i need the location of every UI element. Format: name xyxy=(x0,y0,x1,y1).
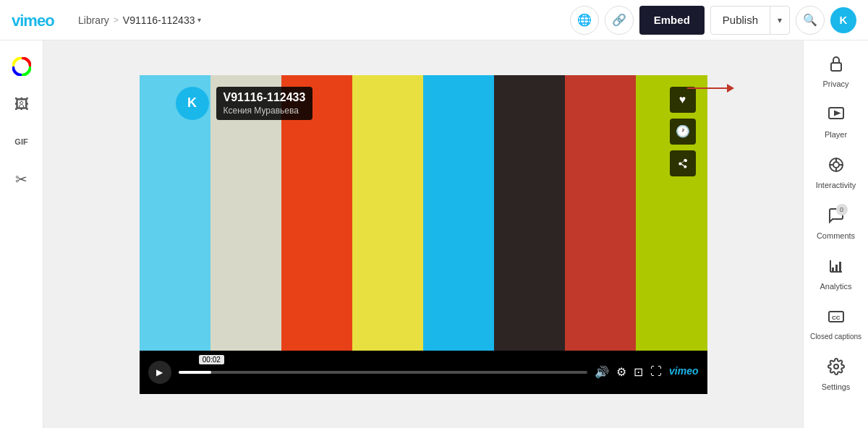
breadcrumb-library[interactable]: Library xyxy=(78,14,109,26)
color-bar-7 xyxy=(565,75,636,351)
breadcrumb-separator: > xyxy=(114,15,119,25)
image-icon: 🖼 xyxy=(14,96,29,113)
video-controls: ▶ 00:02 🔊 ⚙ ⊡ ⛶ vimeo xyxy=(140,351,707,394)
video-info-overlay: K V91116-112433 Ксения Муравьева xyxy=(176,87,313,120)
interactivity-icon xyxy=(827,156,845,178)
svg-rect-2 xyxy=(831,63,841,71)
sidebar-item-privacy[interactable]: Privacy xyxy=(807,46,865,97)
color-bar-5 xyxy=(423,75,494,351)
sidebar-item-settings[interactable]: Settings xyxy=(807,349,865,400)
video-area: K V91116-112433 Ксения Муравьева ♥ 🕐 ▶ xyxy=(43,40,803,428)
player-icon xyxy=(827,106,845,127)
svg-point-18 xyxy=(834,364,838,369)
control-icons: 🔊 ⚙ ⊡ ⛶ vimeo xyxy=(595,365,698,379)
breadcrumb: Library > V91116-112433 ▾ xyxy=(78,14,201,26)
color-wheel-tool[interactable] xyxy=(7,52,36,81)
sidebar-item-analytics[interactable]: Analytics xyxy=(807,249,865,299)
chevron-down-icon: ▾ xyxy=(197,16,201,24)
sidebar-label-comments: Comments xyxy=(817,231,855,240)
publish-button[interactable]: Publish ▾ xyxy=(710,6,790,35)
sidebar-label-analytics: Analytics xyxy=(820,282,851,291)
header: vimeo Library > V91116-112433 ▾ 🌐 🔗 Embe… xyxy=(0,0,868,40)
arrow-annotation xyxy=(687,84,734,93)
sidebar-item-interactivity[interactable]: Interactivity xyxy=(807,147,865,198)
breadcrumb-current[interactable]: V91116-112433 ▾ xyxy=(123,14,202,26)
svg-point-6 xyxy=(833,162,839,168)
video-actions: ♥ 🕐 xyxy=(670,87,696,176)
volume-icon[interactable]: 🔊 xyxy=(595,365,609,379)
left-toolbar: 🖼 GIF ✂ xyxy=(0,40,43,428)
sidebar-label-settings: Settings xyxy=(822,382,851,391)
settings-icon[interactable]: ⚙ xyxy=(616,365,626,379)
vimeo-watermark[interactable]: vimeo xyxy=(669,365,698,379)
sidebar-item-comments[interactable]: 0 Comments xyxy=(807,198,865,249)
scissors-tool[interactable]: ✂ xyxy=(7,165,36,194)
globe-icon: 🌐 xyxy=(577,13,592,27)
timestamp: 00:02 xyxy=(199,355,224,364)
sidebar-label-player: Player xyxy=(825,130,847,139)
scissors-icon: ✂ xyxy=(15,171,27,188)
vimeo-logo[interactable]: vimeo xyxy=(12,12,69,29)
right-sidebar: Privacy Player xyxy=(803,40,868,428)
svg-rect-15 xyxy=(839,262,841,272)
progress-fill xyxy=(179,371,211,374)
sidebar-item-closed-captions[interactable]: CC Closed captions xyxy=(807,299,865,349)
sidebar-label-interactivity: Interactivity xyxy=(816,181,856,189)
search-icon: 🔍 xyxy=(803,13,817,27)
gif-label: GIF xyxy=(14,137,27,146)
publish-label: Publish xyxy=(711,14,770,26)
svg-marker-4 xyxy=(835,111,839,115)
settings-sidebar-icon xyxy=(827,358,845,380)
main-area: 🖼 GIF ✂ xyxy=(0,40,868,428)
publish-dropdown-icon[interactable]: ▾ xyxy=(770,7,789,34)
svg-text:CC: CC xyxy=(832,314,841,321)
analytics-icon xyxy=(827,257,845,279)
privacy-icon xyxy=(827,55,845,77)
header-actions: 🌐 🔗 Embed Publish ▾ 🔍 K xyxy=(570,6,856,35)
sidebar-label-closed-captions: Closed captions xyxy=(810,333,861,341)
share-button[interactable] xyxy=(670,150,696,176)
link-button[interactable]: 🔗 xyxy=(605,6,634,35)
svg-rect-14 xyxy=(835,265,838,272)
image-tool[interactable]: 🖼 xyxy=(7,90,36,119)
globe-button[interactable]: 🌐 xyxy=(570,6,599,35)
sidebar-item-player[interactable]: Player xyxy=(807,97,865,147)
svg-text:vimeo: vimeo xyxy=(12,12,54,29)
link-icon: 🔗 xyxy=(612,13,626,27)
watchlater-button[interactable]: 🕐 xyxy=(670,119,696,145)
gif-tool[interactable]: GIF xyxy=(7,127,36,156)
fullscreen-icon[interactable]: ⛶ xyxy=(650,365,662,379)
user-avatar[interactable]: K xyxy=(830,7,856,33)
video-author: Ксения Муравьева xyxy=(224,106,306,116)
video-title-block: V91116-112433 Ксения Муравьева xyxy=(216,87,313,120)
video-avatar: K xyxy=(176,87,209,120)
comments-badge: 0 xyxy=(836,204,848,215)
embed-button[interactable]: Embed xyxy=(639,6,705,35)
comments-icon: 0 xyxy=(827,207,845,228)
search-button[interactable]: 🔍 xyxy=(796,6,825,35)
sidebar-label-privacy: Privacy xyxy=(822,80,848,88)
video-player: K V91116-112433 Ксения Муравьева ♥ 🕐 ▶ xyxy=(140,75,707,394)
color-bar-4 xyxy=(352,75,423,351)
video-title: V91116-112433 xyxy=(224,91,306,104)
progress-bar[interactable]: 00:02 xyxy=(179,371,588,374)
closed-captions-icon: CC xyxy=(827,308,845,330)
color-bar-6 xyxy=(494,75,565,351)
pip-icon[interactable]: ⊡ xyxy=(634,365,643,379)
svg-rect-13 xyxy=(832,268,834,272)
play-button[interactable]: ▶ xyxy=(148,361,171,384)
